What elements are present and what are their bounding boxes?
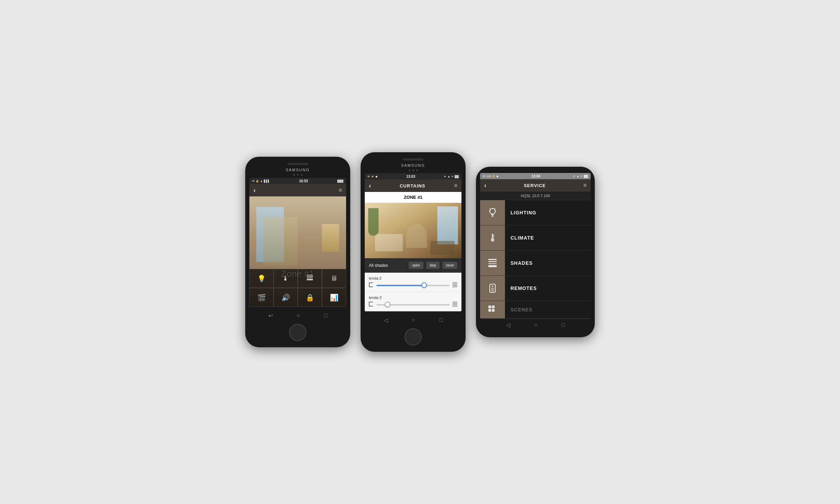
shades-icon bbox=[306, 274, 313, 283]
svg-rect-35 bbox=[488, 265, 497, 267]
phone2-speaker bbox=[403, 158, 423, 161]
tenda2-slider[interactable] bbox=[376, 285, 450, 286]
svg-rect-9 bbox=[452, 285, 457, 286]
svg-rect-13 bbox=[369, 306, 373, 307]
recent-nav-button[interactable]: □ bbox=[324, 312, 327, 319]
climate-item[interactable]: CLIMATE bbox=[480, 225, 591, 251]
shades-icon bbox=[487, 258, 498, 269]
tenda3-slider[interactable] bbox=[376, 304, 450, 306]
svg-rect-6 bbox=[369, 287, 373, 287]
lighting-label: LIGHTING bbox=[505, 210, 536, 215]
phone2-back-button[interactable]: ‹ bbox=[369, 182, 371, 190]
phone3-left-icons: ✉ 100 ⚡ ◆ bbox=[483, 175, 498, 178]
back-button[interactable]: ‹ bbox=[254, 187, 256, 194]
phone3-back-button[interactable]: ‹ bbox=[484, 182, 486, 189]
lock-icon: 🔒 bbox=[306, 293, 314, 302]
room-window-art bbox=[437, 206, 458, 244]
phone2-nav-bar: ◁ ○ □ bbox=[365, 315, 461, 326]
shades-icon-box bbox=[480, 251, 505, 275]
back-nav-button[interactable]: ↩ bbox=[268, 312, 273, 319]
audio-tile[interactable]: 🔊 bbox=[274, 288, 298, 307]
thermometer-icon: 🌡 bbox=[282, 274, 289, 282]
plant-art bbox=[368, 208, 379, 236]
shades-label: SHADES bbox=[505, 260, 533, 266]
tenda2-label: tenda 2 bbox=[369, 276, 457, 280]
climate-tile[interactable]: 🌡 bbox=[274, 269, 298, 288]
usb-icon: ⚡ bbox=[492, 175, 495, 178]
battery-icon: ▓▓▓ bbox=[337, 180, 343, 183]
phone2-home-button[interactable] bbox=[404, 328, 422, 346]
right-icons: ▓▓▓ bbox=[337, 180, 343, 183]
svg-rect-2 bbox=[307, 278, 313, 278]
phone2-menu-button[interactable]: ≡ bbox=[454, 183, 457, 189]
lighting-icon-box bbox=[480, 200, 505, 225]
phone3-home-nav[interactable]: ○ bbox=[534, 322, 537, 328]
tenda2-open-icon bbox=[369, 282, 374, 288]
tenda3-open-icon bbox=[369, 302, 374, 308]
phone3-recent-nav[interactable]: □ bbox=[562, 322, 565, 328]
room-wall bbox=[263, 217, 298, 265]
climate-label: CLIMATE bbox=[505, 235, 534, 241]
wifi-icon: ▲ bbox=[447, 175, 450, 178]
svg-rect-1 bbox=[307, 276, 313, 277]
phone2-back-nav[interactable]: ◁ bbox=[384, 317, 388, 323]
stop-button[interactable]: stop bbox=[426, 262, 440, 269]
tenda2-slider-row bbox=[369, 282, 457, 288]
svg-rect-3 bbox=[307, 279, 313, 280]
signal-icon: ▌▌▌ bbox=[264, 180, 270, 183]
tenda2-thumb[interactable] bbox=[421, 282, 427, 288]
bt-icon: ✦ bbox=[573, 175, 575, 178]
phone2-left-icons: ✉ ⚡ ◆ bbox=[368, 175, 378, 178]
close-button[interactable]: close bbox=[442, 262, 457, 269]
svg-rect-16 bbox=[452, 304, 457, 305]
phone3-screen: ✉ 100 ⚡ ◆ 13:04 ✦ ▲ ✈ ▓▓ ‹ SERVICE ≡ HQS… bbox=[480, 173, 591, 331]
svg-rect-4 bbox=[369, 282, 370, 287]
tenda3-thumb[interactable] bbox=[385, 302, 390, 307]
home-nav-button[interactable]: ○ bbox=[297, 312, 300, 319]
batt2-icon: ▓▓ bbox=[584, 175, 588, 178]
svg-rect-41 bbox=[488, 306, 491, 308]
svg-rect-38 bbox=[491, 288, 494, 289]
airplane-icon: ✈ bbox=[580, 175, 583, 178]
screen-tile[interactable]: 🖥 bbox=[322, 269, 346, 288]
phone2-home-nav[interactable]: ○ bbox=[412, 317, 415, 323]
scenes-item[interactable]: SCENES bbox=[480, 301, 591, 319]
all-shades-row: All shades open stop close bbox=[365, 258, 461, 273]
phone1: SAMSUNG ✉ 🔒 ▲ ▌▌▌ 16:53 ▓▓▓ ‹ ≡ bbox=[245, 157, 350, 347]
lighting-item[interactable]: LIGHTING bbox=[480, 200, 591, 225]
lock-tile[interactable]: 🔒 bbox=[298, 288, 322, 307]
bulb-icon bbox=[487, 207, 498, 218]
shades-tile[interactable] bbox=[298, 269, 322, 288]
svg-rect-8 bbox=[452, 284, 457, 284]
airplane-icon: ✈ bbox=[451, 175, 454, 178]
phone1-home-button[interactable] bbox=[289, 324, 306, 341]
phone3-menu-button[interactable]: ≡ bbox=[583, 182, 586, 188]
lighting-tile[interactable]: 💡 bbox=[249, 269, 274, 288]
svg-rect-34 bbox=[488, 263, 497, 264]
svg-rect-32 bbox=[488, 259, 497, 260]
bed-art bbox=[430, 241, 455, 255]
tenda3-close-icon bbox=[452, 302, 457, 308]
svg-line-24 bbox=[490, 209, 490, 209]
phone3-title: SERVICE bbox=[524, 183, 546, 188]
left-icons: ✉ 🔒 ▲ ▌▌▌ bbox=[252, 180, 270, 183]
svg-rect-5 bbox=[369, 282, 373, 283]
phone1-time: 16:53 bbox=[299, 179, 308, 183]
open-button[interactable]: open bbox=[409, 262, 423, 269]
tenda3-label: tenda 3 bbox=[369, 295, 457, 300]
phone2-status-bar: ✉ ⚡ ◆ 13:03 ✦ ▲ ✈ ▓▓ bbox=[365, 173, 461, 180]
stats-tile[interactable]: 📊 bbox=[322, 288, 346, 307]
screen-icon: 🖥 bbox=[331, 274, 337, 282]
service-menu: LIGHTING CLIMATE bbox=[480, 200, 591, 319]
phone2-title: CURTAINS bbox=[400, 183, 425, 188]
menu-button[interactable]: ≡ bbox=[339, 187, 342, 193]
shades-item[interactable]: SHADES bbox=[480, 251, 591, 276]
phone2-recent-nav[interactable]: □ bbox=[439, 317, 443, 323]
chair-art bbox=[406, 224, 427, 248]
phone-speaker bbox=[287, 163, 308, 165]
media-tile[interactable]: 🎬 bbox=[249, 288, 274, 307]
remotes-item[interactable]: REMOTES bbox=[480, 276, 591, 301]
phone3-back-nav[interactable]: ◁ bbox=[506, 322, 510, 328]
audio-icon: 🔊 bbox=[281, 293, 290, 302]
svg-rect-15 bbox=[452, 303, 457, 304]
